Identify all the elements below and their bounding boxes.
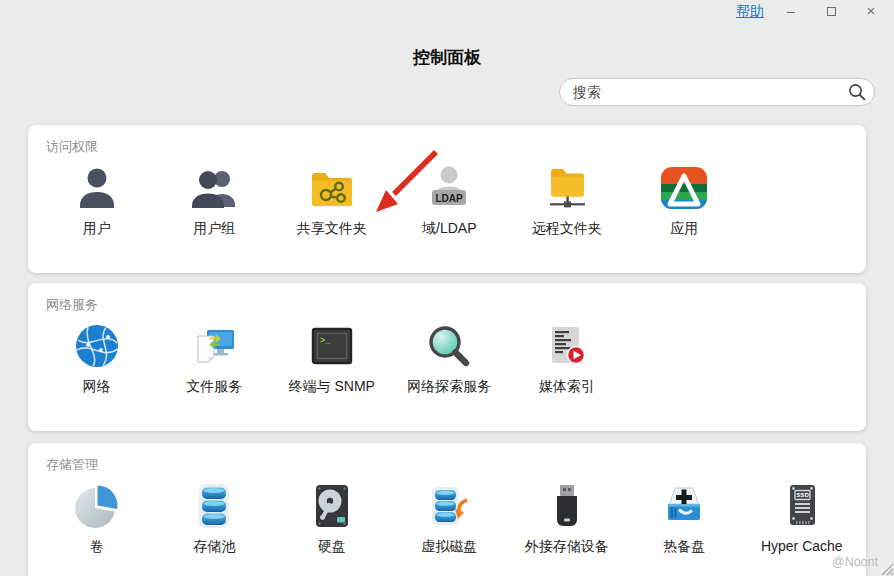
section-storage-management: 存储管理 卷: [28, 443, 866, 576]
item-label: 存储池: [156, 538, 274, 556]
ssd-cache-icon: SSD: [743, 478, 861, 534]
page-title: 控制面板: [0, 46, 894, 69]
item-label: 虚拟磁盘: [391, 538, 509, 556]
item-label: 用户组: [156, 220, 274, 238]
maximize-icon: [827, 7, 836, 16]
section-network-services: 网络服务: [28, 283, 866, 431]
item-network-discovery[interactable]: 网络探索服务: [391, 318, 509, 396]
volume-pie-icon: [38, 478, 156, 534]
item-network[interactable]: 网络: [38, 318, 156, 396]
minimize-icon: –: [787, 3, 795, 19]
item-label: 网络: [38, 378, 156, 396]
file-services-icon: [156, 318, 274, 374]
item-label: 媒体索引: [508, 378, 626, 396]
item-label: 文件服务: [156, 378, 274, 396]
item-label: 共享文件夹: [273, 220, 391, 238]
item-user-groups[interactable]: 用户组: [156, 160, 274, 238]
application-icon: [626, 160, 744, 216]
item-label: 域/LDAP: [391, 220, 509, 238]
item-label: 硬盘: [273, 538, 391, 556]
hard-disk-icon: [273, 478, 391, 534]
minimize-button[interactable]: –: [782, 2, 800, 20]
item-label: 热备盘: [626, 538, 744, 556]
item-hot-spare[interactable]: 热备盘: [626, 478, 744, 556]
item-volume[interactable]: 卷: [38, 478, 156, 556]
close-button[interactable]: ×: [862, 2, 880, 20]
search-input[interactable]: [559, 78, 875, 106]
svg-text:LDAP: LDAP: [436, 193, 464, 204]
user-icon: [38, 160, 156, 216]
watermark: @Noont: [832, 555, 878, 569]
domain-ldap-icon: LDAP: [391, 160, 509, 216]
item-hard-disk[interactable]: 硬盘: [273, 478, 391, 556]
item-label: 卷: [38, 538, 156, 556]
item-domain-ldap[interactable]: LDAP 域/LDAP: [391, 160, 509, 238]
network-discovery-icon: [391, 318, 509, 374]
item-storage-pool[interactable]: 存储池: [156, 478, 274, 556]
item-media-indexing[interactable]: 媒体索引: [508, 318, 626, 396]
terminal-icon: >_: [273, 318, 391, 374]
resize-grip[interactable]: [878, 560, 894, 576]
storage-pool-icon: [156, 478, 274, 534]
item-remote-folder[interactable]: 远程文件夹: [508, 160, 626, 238]
hot-spare-icon: [626, 478, 744, 534]
item-label: 网络探索服务: [391, 378, 509, 396]
svg-text:>_: >_: [320, 335, 331, 345]
section-title: 网络服务: [28, 283, 866, 314]
user-group-icon: [156, 160, 274, 216]
item-terminal-snmp[interactable]: >_ 终端与 SNMP: [273, 318, 391, 396]
section-title: 存储管理: [28, 443, 866, 474]
svg-text:SSD: SSD: [796, 491, 809, 498]
item-shared-folder[interactable]: 共享文件夹: [273, 160, 391, 238]
control-panel-window: 帮助 – × 控制面板 访问权限 用户: [0, 0, 894, 576]
shared-folder-icon: [273, 160, 391, 216]
maximize-button[interactable]: [822, 2, 840, 20]
search-icon[interactable]: [848, 83, 866, 101]
item-label: 应用: [626, 220, 744, 238]
item-label: 远程文件夹: [508, 220, 626, 238]
item-label: 用户: [38, 220, 156, 238]
usb-storage-icon: [508, 478, 626, 534]
item-users[interactable]: 用户: [38, 160, 156, 238]
help-link[interactable]: 帮助: [736, 3, 764, 21]
item-application[interactable]: 应用: [626, 160, 744, 238]
item-label: 外接存储设备: [508, 538, 626, 556]
item-external-storage[interactable]: 外接存储设备: [508, 478, 626, 556]
search-box: [559, 78, 875, 106]
items-row: 网络 文件服务: [28, 318, 866, 396]
virtual-disk-icon: [391, 478, 509, 534]
items-row: 用户 用户组: [28, 160, 866, 238]
item-virtual-disk[interactable]: 虚拟磁盘: [391, 478, 509, 556]
item-label: Hyper Cache: [743, 538, 861, 554]
titlebar: 帮助 – ×: [724, 0, 894, 26]
items-row: 卷: [28, 478, 866, 556]
media-index-icon: [508, 318, 626, 374]
network-globe-icon: [38, 318, 156, 374]
remote-folder-icon: [508, 160, 626, 216]
item-hyper-cache[interactable]: SSD: [743, 478, 861, 556]
section-title: 访问权限: [28, 125, 866, 156]
close-icon: ×: [867, 2, 876, 19]
item-label: 终端与 SNMP: [273, 378, 391, 396]
section-access-rights: 访问权限 用户: [28, 125, 866, 273]
item-file-services[interactable]: 文件服务: [156, 318, 274, 396]
